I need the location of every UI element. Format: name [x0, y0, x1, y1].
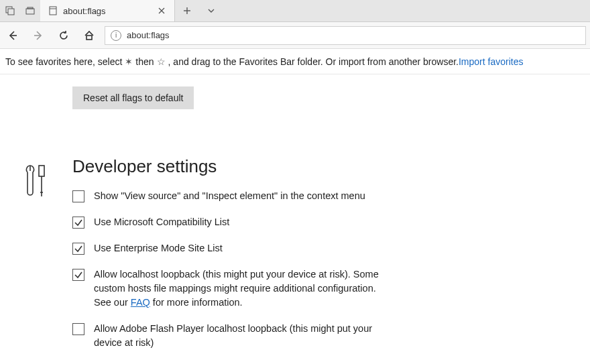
- svg-rect-1: [8, 9, 14, 15]
- site-info-icon[interactable]: i: [111, 30, 121, 41]
- tab-bar: about:flags: [0, 0, 590, 22]
- checkbox[interactable]: [72, 217, 84, 229]
- new-tab-button[interactable]: [175, 0, 199, 21]
- import-favorites-link[interactable]: Import favorites: [459, 56, 523, 67]
- reset-flags-button[interactable]: Reset all flags to default: [72, 86, 194, 109]
- svg-rect-2: [26, 9, 34, 14]
- favorites-hint-bar: To see favorites here, select ✶ then ☆ ,…: [0, 49, 590, 74]
- option-row: Show "View source" and "Inspect element"…: [72, 189, 381, 203]
- forward-button[interactable]: [25, 22, 51, 49]
- main-panel: Reset all flags to default Developer set…: [72, 74, 590, 362]
- tab-actions-button[interactable]: [199, 0, 223, 21]
- refresh-button[interactable]: [51, 22, 76, 49]
- favorites-hint-prefix: To see favorites here, select: [5, 56, 122, 67]
- close-tab-button[interactable]: [157, 6, 166, 15]
- checkbox[interactable]: [72, 269, 84, 281]
- option-label: Show "View source" and "Inspect element"…: [94, 189, 365, 203]
- svg-rect-3: [27, 7, 33, 9]
- section-title: Developer settings: [72, 156, 543, 177]
- star-outline-icon: ☆: [154, 56, 168, 67]
- option-row: Allow localhost loopback (this might put…: [72, 267, 381, 310]
- home-button[interactable]: [76, 22, 102, 49]
- option-label: Use Enterprise Mode Site List: [94, 241, 223, 255]
- faq-link[interactable]: FAQ: [131, 297, 150, 308]
- checkbox[interactable]: [72, 323, 84, 335]
- option-row: Use Enterprise Mode Site List: [72, 241, 381, 255]
- option-row: Allow Adobe Flash Player localhost loopb…: [72, 322, 381, 350]
- svg-rect-4: [50, 7, 56, 15]
- tools-icon: [23, 163, 50, 202]
- option-row: Use Microsoft Compatibility List: [72, 215, 381, 229]
- star-filled-icon: ✶: [122, 56, 135, 67]
- set-aside-tabs-icon[interactable]: [0, 0, 20, 21]
- browser-tab[interactable]: about:flags: [40, 0, 175, 21]
- options-list: Show "View source" and "Inspect element"…: [72, 189, 543, 350]
- option-label: Allow Adobe Flash Player localhost loopb…: [94, 322, 381, 350]
- tab-title: about:flags: [63, 6, 106, 16]
- show-tabs-icon[interactable]: [20, 0, 40, 21]
- left-gutter: [0, 74, 72, 362]
- favorites-hint-mid: then: [135, 56, 154, 67]
- svg-rect-12: [86, 36, 92, 40]
- svg-rect-13: [39, 166, 44, 176]
- back-button[interactable]: [0, 22, 25, 49]
- option-label: Allow localhost loopback (this might put…: [94, 267, 381, 310]
- address-field[interactable]: i about:flags: [105, 26, 586, 45]
- checkbox[interactable]: [72, 190, 84, 202]
- page-icon: [48, 6, 58, 15]
- address-bar: i about:flags: [0, 22, 590, 49]
- favorites-hint-suffix: , and drag to the Favorites Bar folder. …: [168, 56, 459, 67]
- checkbox[interactable]: [72, 243, 84, 255]
- page-content: Reset all flags to default Developer set…: [0, 74, 590, 362]
- url-text: about:flags: [127, 30, 170, 40]
- option-label: Use Microsoft Compatibility List: [94, 215, 229, 229]
